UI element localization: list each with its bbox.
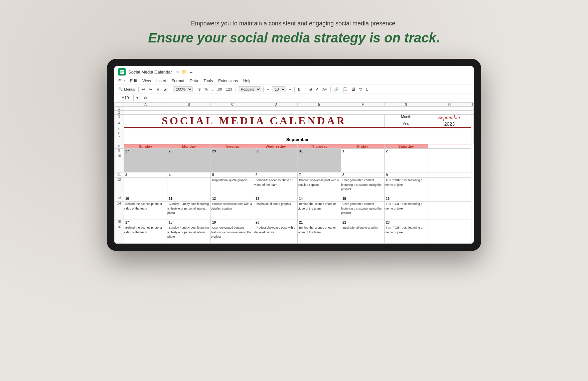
cal-5[interactable]: 5	[211, 172, 254, 178]
italic-btn[interactable]: I	[303, 87, 307, 92]
cal-15[interactable]: 15	[341, 196, 385, 202]
cal-31[interactable]: 31	[298, 149, 341, 154]
bold-btn[interactable]: B	[297, 87, 302, 92]
col-G[interactable]: G	[385, 103, 428, 107]
cal-6-c[interactable]: Behind-the-scenes photo or video of the …	[254, 178, 298, 196]
underline-btn[interactable]: A	[315, 87, 320, 92]
cal-20-c[interactable]: Product showcase post with a detailed ca…	[254, 225, 298, 244]
comment-btn[interactable]: 💬	[341, 87, 349, 92]
currency-btn[interactable]: $	[197, 87, 202, 92]
undo-btn[interactable]: ↩	[141, 87, 146, 92]
cal-22[interactable]: 22	[341, 220, 385, 225]
cal-23-c[interactable]: Fun "TGIF" post featuring a meme or joke	[385, 225, 428, 244]
cal-7-c[interactable]: Product showcase post with a detailed ca…	[298, 178, 341, 196]
cal-14-c[interactable]: Behind-the-scenes photo or video of the …	[298, 202, 341, 220]
col-D[interactable]: D	[254, 103, 298, 107]
cal-14[interactable]: 14	[298, 196, 341, 202]
cal-27[interactable]: 27	[124, 149, 167, 154]
year-value[interactable]: 2023	[428, 121, 471, 127]
print-btn[interactable]: 🖨	[155, 87, 161, 92]
text-color-btn[interactable]: A▾	[321, 87, 328, 92]
menu-tools[interactable]: Tools	[203, 78, 213, 84]
formula-dropdown[interactable]: ▾	[136, 96, 138, 100]
cell-reference[interactable]: A19	[117, 95, 134, 101]
cal-2-c[interactable]	[385, 154, 428, 172]
cal-16-c[interactable]: Fun "TGIF" post featuring a meme or joke	[385, 202, 428, 220]
font-select[interactable]: Poppins	[238, 86, 261, 92]
cal-18[interactable]: 18	[167, 220, 211, 225]
menu-data[interactable]: Data	[190, 78, 198, 84]
redo-btn[interactable]: ↪	[148, 87, 153, 92]
cloud-icon[interactable]: ☁	[189, 70, 193, 74]
cal-17-c[interactable]: Behind-the-scenes photo or video of the …	[124, 225, 167, 244]
cal-7[interactable]: 7	[298, 172, 341, 178]
percent-btn[interactable]: %	[203, 87, 209, 92]
cal-19-c[interactable]: User-generated content featuring a custo…	[211, 225, 254, 244]
cal-3[interactable]: 3	[124, 172, 167, 178]
cal-8[interactable]: 8	[341, 172, 385, 178]
format123-btn[interactable]: 123	[225, 87, 233, 92]
cal-sep1[interactable]: 1	[341, 149, 385, 154]
cal-18-c[interactable]: Sunday Funday post featuring a lifestyle…	[167, 225, 211, 244]
cal-28[interactable]: 28	[167, 149, 211, 154]
star-icon[interactable]: ☆	[176, 70, 180, 74]
menu-extensions[interactable]: Extensions	[218, 78, 238, 84]
cal-4[interactable]: 4	[167, 172, 211, 178]
cal-19[interactable]: 19	[211, 220, 254, 225]
cal-8-c[interactable]: User-generated content featuring a custo…	[341, 178, 385, 196]
cal-1-c[interactable]	[341, 154, 385, 172]
cal-3-c[interactable]	[124, 178, 167, 196]
menu-insert[interactable]: Insert	[156, 78, 166, 84]
cal-13[interactable]: 13	[254, 196, 298, 202]
cal-21-c[interactable]: Behind-the-scenes photo or video of the …	[298, 225, 341, 244]
filter-btn[interactable]: ▽	[358, 87, 363, 92]
cal-15-c[interactable]: User-generated content featuring a custo…	[341, 202, 385, 220]
col-B[interactable]: B	[167, 103, 211, 107]
cal-29-c[interactable]	[211, 154, 254, 172]
cal-29[interactable]: 29	[211, 149, 254, 154]
image-btn[interactable]: 🖼	[350, 87, 356, 92]
cal-30[interactable]: 30	[254, 149, 298, 154]
paint-btn[interactable]: 🖌	[162, 87, 169, 92]
folder-icon[interactable]: 📁	[182, 70, 187, 74]
cal-sep2[interactable]: 2	[385, 149, 428, 154]
cal-30-c[interactable]	[254, 154, 298, 172]
font-size-select[interactable]: 10	[272, 86, 286, 92]
cal-21[interactable]: 21	[298, 220, 341, 225]
cal-11-c[interactable]: Sunday Funday post featuring a lifestyle…	[167, 202, 211, 220]
col-I[interactable]: I	[471, 103, 473, 107]
col-H[interactable]: H	[428, 103, 471, 107]
menu-edit[interactable]: Edit	[130, 78, 137, 84]
cal-23[interactable]: 23	[385, 220, 428, 225]
decimal1-btn[interactable]: ,	[210, 87, 214, 92]
row1-content[interactable]	[124, 107, 471, 111]
col-C[interactable]: C	[211, 103, 254, 107]
cal-31-c[interactable]	[298, 154, 341, 172]
row2-content[interactable]	[124, 111, 471, 115]
cal-12-c[interactable]: Product showcase post with a detailed ca…	[211, 202, 254, 220]
cal-16[interactable]: 16	[385, 196, 428, 202]
cal-17[interactable]: 17	[124, 220, 167, 225]
cal-6[interactable]: 6	[254, 172, 298, 178]
cal-20[interactable]: 20	[254, 220, 298, 225]
cal-28-c[interactable]	[167, 154, 211, 172]
menu-view[interactable]: View	[142, 78, 151, 84]
search-btn[interactable]: 🔍 Menus	[117, 87, 136, 92]
menu-help[interactable]: Help	[243, 78, 252, 84]
sigma-btn[interactable]: Σ	[364, 87, 370, 92]
cal-5-c[interactable]: Inspirational quote graphic	[211, 178, 254, 196]
month-value[interactable]: September	[428, 115, 471, 121]
link-btn[interactable]: 🔗	[333, 87, 340, 92]
cal-13-c[interactable]: Inspirational quote graphic	[254, 202, 298, 220]
col-F[interactable]: F	[341, 103, 385, 107]
col-E[interactable]: E	[298, 103, 341, 107]
menu-file[interactable]: File	[118, 78, 125, 84]
strikethrough-btn[interactable]: S	[308, 87, 313, 92]
cal-12[interactable]: 12	[211, 196, 254, 202]
cal-9[interactable]: 9	[385, 172, 428, 178]
col-A[interactable]: A	[124, 103, 167, 107]
cal-11[interactable]: 11	[167, 196, 211, 202]
cal-10-c[interactable]: Behind-the-scenes photo or video of the …	[124, 202, 167, 220]
cal-10[interactable]: 10	[124, 196, 167, 202]
cal-27-c[interactable]	[124, 154, 167, 172]
